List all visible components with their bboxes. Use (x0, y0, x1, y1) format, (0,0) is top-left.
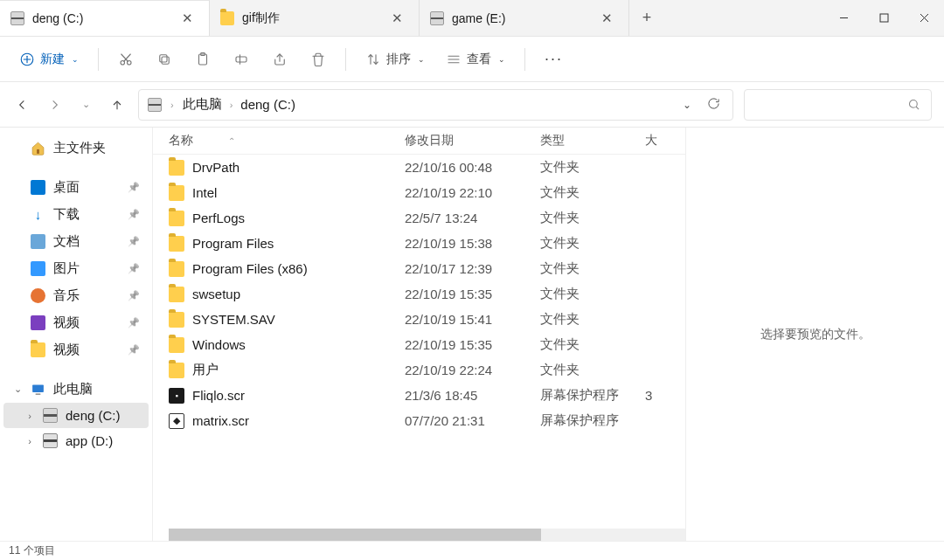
file-row[interactable]: Windows22/10/19 15:35文件夹 (153, 332, 685, 357)
sidebar-item-label: deng (C:) (66, 408, 121, 423)
sidebar-drive-item[interactable]: ›deng (C:) (3, 403, 149, 428)
breadcrumb-segment[interactable]: deng (C:) (240, 97, 295, 112)
drive-icon (43, 408, 58, 423)
copy-button[interactable] (148, 46, 181, 73)
folder-icon (169, 337, 184, 353)
window-tab[interactable]: deng (C:)✕ (0, 0, 210, 36)
svg-rect-12 (160, 54, 167, 61)
sidebar-home[interactable]: 主文件夹 (3, 135, 149, 162)
folder-icon (169, 236, 184, 252)
expand-icon[interactable]: ⌄ (12, 384, 23, 395)
chevron-down-icon: ⌄ (72, 55, 79, 64)
close-tab-icon[interactable]: ✕ (386, 9, 408, 28)
file-row[interactable]: Program Files (x86)22/10/17 12:39文件夹 (153, 256, 685, 281)
sidebar-quick-item[interactable]: ↓下载📌 (3, 201, 149, 228)
expand-icon[interactable]: › (24, 411, 35, 421)
sidebar-quick-item[interactable]: 视频📌 (3, 309, 149, 336)
delete-button[interactable] (302, 46, 335, 73)
close-tab-icon[interactable]: ✕ (596, 9, 618, 28)
file-type: 文件夹 (540, 210, 645, 226)
cut-button[interactable] (109, 46, 142, 73)
new-button-label: 新建 (40, 52, 65, 67)
file-list-pane: 名称⌃ 修改日期 类型 大 DrvPath22/10/16 00:48文件夹In… (153, 128, 685, 541)
item-count: 11 个项目 (9, 544, 55, 557)
preview-placeholder: 选择要预览的文件。 (760, 327, 871, 342)
address-row: ⌄ › 此电脑 › deng (C:) ⌄ (0, 82, 944, 128)
column-header-size[interactable]: 大 (645, 133, 685, 149)
refresh-button[interactable] (704, 93, 724, 116)
sidebar-this-pc[interactable]: ⌄ 此电脑 (3, 376, 149, 403)
search-box[interactable] (744, 89, 932, 121)
file-name: DrvPath (192, 160, 405, 175)
forward-button[interactable] (44, 94, 65, 115)
separator (98, 48, 99, 71)
sidebar-item-label: 下载 (53, 206, 80, 223)
svg-rect-1 (880, 14, 888, 22)
close-button[interactable] (904, 0, 944, 36)
back-button[interactable] (12, 94, 33, 115)
address-history-dropdown[interactable]: ⌄ (679, 95, 695, 114)
file-row[interactable]: swsetup22/10/19 15:35文件夹 (153, 281, 685, 307)
expand-icon[interactable]: › (24, 436, 35, 446)
sidebar-quick-item[interactable]: 音乐📌 (3, 282, 149, 309)
sidebar-quick-item[interactable]: 图片📌 (3, 255, 149, 282)
folder-icon (169, 211, 184, 226)
svg-line-25 (916, 107, 919, 109)
file-row[interactable]: Intel22/10/19 22:10文件夹 (153, 180, 685, 205)
file-name: SYSTEM.SAV (192, 312, 405, 327)
sort-button[interactable]: 排序 ⌄ (357, 46, 434, 73)
sidebar-quick-item[interactable]: 视频📌 (3, 336, 149, 363)
column-header-type[interactable]: 类型 (540, 133, 645, 149)
svg-point-24 (910, 100, 918, 108)
window-tab[interactable]: gif制作✕ (210, 0, 420, 36)
sidebar-item-label: 图片 (53, 260, 80, 277)
horizontal-scrollbar[interactable] (169, 529, 685, 541)
drive-icon (43, 433, 58, 448)
share-button[interactable] (263, 46, 296, 73)
screensaver-icon: ▪ (169, 388, 184, 404)
folder-icon (169, 287, 184, 302)
file-date: 22/10/19 22:24 (405, 363, 540, 377)
view-button[interactable]: 查看 ⌄ (437, 46, 514, 73)
up-button[interactable] (107, 94, 128, 115)
file-row[interactable]: ▪Fliqlo.scr21/3/6 18:45屏幕保护程序3 (153, 383, 685, 408)
folder-icon (169, 261, 184, 277)
new-tab-button[interactable]: + (629, 0, 664, 36)
address-bar[interactable]: › 此电脑 › deng (C:) ⌄ (138, 89, 733, 121)
chevron-right-icon: › (170, 100, 174, 110)
recent-dropdown[interactable]: ⌄ (75, 94, 96, 115)
file-row[interactable]: 用户22/10/19 22:24文件夹 (153, 357, 685, 383)
file-row[interactable]: Program Files22/10/19 15:38文件夹 (153, 231, 685, 256)
status-bar: 11 个项目 (0, 541, 944, 560)
column-header-name[interactable]: 名称⌃ (169, 133, 405, 149)
pin-icon: 📌 (128, 209, 140, 220)
sidebar-quick-item[interactable]: 文档📌 (3, 228, 149, 255)
maximize-button[interactable] (864, 0, 904, 36)
file-row[interactable]: SYSTEM.SAV22/10/19 15:41文件夹 (153, 307, 685, 332)
file-row[interactable]: ◆matrix.scr07/7/20 21:31屏幕保护程序 (153, 408, 685, 433)
more-button[interactable]: ··· (536, 45, 572, 73)
preview-pane: 选择要预览的文件。 (685, 128, 944, 541)
drive-icon (430, 11, 444, 25)
rename-button[interactable] (225, 46, 258, 73)
close-tab-icon[interactable]: ✕ (177, 9, 198, 28)
new-button[interactable]: 新建 ⌄ (10, 46, 87, 73)
file-size: 3 (645, 388, 652, 403)
sidebar-drive-item[interactable]: ›app (D:) (3, 428, 149, 453)
minimize-button[interactable] (823, 0, 864, 36)
folder-icon (169, 160, 184, 176)
paste-button[interactable] (186, 46, 219, 73)
scrollbar-thumb[interactable] (169, 529, 541, 541)
pin-icon: 📌 (128, 182, 140, 193)
column-header-date[interactable]: 修改日期 (405, 133, 540, 149)
file-row[interactable]: DrvPath22/10/16 00:48文件夹 (153, 155, 685, 180)
window-tab[interactable]: game (E:)✕ (420, 0, 629, 36)
dl-icon: ↓ (31, 207, 45, 222)
file-date: 22/10/19 22:10 (405, 185, 540, 200)
sidebar-quick-item[interactable]: 桌面📌 (3, 174, 149, 201)
file-row[interactable]: PerfLogs22/5/7 13:24文件夹 (153, 205, 685, 231)
vid-icon (31, 315, 45, 330)
pin-icon: 📌 (128, 263, 140, 274)
breadcrumb-segment[interactable]: 此电脑 (183, 96, 222, 113)
file-name: Program Files (x86) (192, 261, 405, 276)
